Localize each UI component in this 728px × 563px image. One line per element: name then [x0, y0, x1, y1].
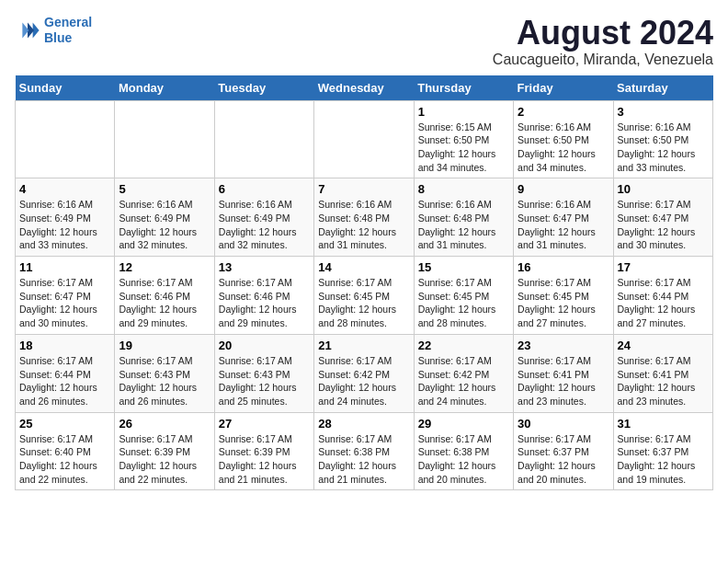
calendar-cell: 12Sunrise: 6:17 AM Sunset: 6:46 PM Dayli…: [115, 257, 214, 335]
day-number: 31: [618, 417, 709, 431]
calendar-header-row: SundayMondayTuesdayWednesdayThursdayFrid…: [16, 75, 713, 101]
calendar-cell: 6Sunrise: 6:16 AM Sunset: 6:49 PM Daylig…: [214, 178, 313, 257]
day-info: Sunrise: 6:17 AM Sunset: 6:41 PM Dayligh…: [618, 354, 709, 408]
calendar-cell: [314, 100, 414, 178]
calendar-cell: 15Sunrise: 6:17 AM Sunset: 6:45 PM Dayli…: [414, 257, 513, 335]
calendar-cell: 4Sunrise: 6:16 AM Sunset: 6:49 PM Daylig…: [16, 178, 115, 257]
day-number: 3: [618, 105, 709, 119]
calendar-week-2: 4Sunrise: 6:16 AM Sunset: 6:49 PM Daylig…: [16, 178, 713, 257]
day-info: Sunrise: 6:17 AM Sunset: 6:39 PM Dayligh…: [219, 432, 310, 487]
calendar-week-1: 1Sunrise: 6:15 AM Sunset: 6:50 PM Daylig…: [16, 100, 713, 178]
calendar-cell: 13Sunrise: 6:17 AM Sunset: 6:46 PM Dayli…: [214, 257, 313, 335]
calendar-cell: 16Sunrise: 6:17 AM Sunset: 6:45 PM Dayli…: [514, 257, 613, 335]
calendar-week-3: 11Sunrise: 6:17 AM Sunset: 6:47 PM Dayli…: [16, 257, 713, 335]
day-info: Sunrise: 6:17 AM Sunset: 6:37 PM Dayligh…: [518, 432, 609, 487]
day-info: Sunrise: 6:16 AM Sunset: 6:47 PM Dayligh…: [518, 198, 609, 252]
day-number: 26: [119, 417, 210, 431]
day-number: 29: [418, 417, 509, 431]
day-info: Sunrise: 6:17 AM Sunset: 6:45 PM Dayligh…: [418, 276, 509, 330]
calendar-cell: [115, 100, 214, 178]
calendar-cell: 26Sunrise: 6:17 AM Sunset: 6:39 PM Dayli…: [115, 412, 214, 490]
day-number: 4: [19, 182, 110, 196]
day-number: 20: [219, 339, 310, 352]
logo-line1: General: [44, 15, 92, 29]
calendar-cell: 2Sunrise: 6:16 AM Sunset: 6:50 PM Daylig…: [514, 100, 613, 178]
day-number: 9: [518, 182, 609, 196]
calendar-week-4: 18Sunrise: 6:17 AM Sunset: 6:44 PM Dayli…: [16, 334, 713, 412]
day-info: Sunrise: 6:17 AM Sunset: 6:46 PM Dayligh…: [219, 276, 310, 330]
day-number: 21: [318, 339, 409, 352]
header-day-wednesday: Wednesday: [314, 75, 414, 101]
calendar-cell: 22Sunrise: 6:17 AM Sunset: 6:42 PM Dayli…: [414, 334, 513, 412]
calendar-cell: 19Sunrise: 6:17 AM Sunset: 6:43 PM Dayli…: [115, 334, 214, 412]
day-number: 23: [518, 339, 609, 352]
day-number: 8: [418, 182, 509, 196]
calendar-cell: [16, 100, 115, 178]
day-info: Sunrise: 6:16 AM Sunset: 6:49 PM Dayligh…: [19, 198, 110, 252]
subtitle: Caucagueito, Miranda, Venezuela: [493, 52, 713, 68]
calendar-cell: 11Sunrise: 6:17 AM Sunset: 6:47 PM Dayli…: [16, 257, 115, 335]
day-info: Sunrise: 6:17 AM Sunset: 6:40 PM Dayligh…: [19, 432, 110, 487]
calendar-cell: 3Sunrise: 6:16 AM Sunset: 6:50 PM Daylig…: [613, 100, 712, 178]
day-info: Sunrise: 6:17 AM Sunset: 6:44 PM Dayligh…: [19, 354, 110, 408]
day-number: 22: [418, 339, 509, 352]
header-day-friday: Friday: [514, 75, 613, 101]
calendar-cell: 21Sunrise: 6:17 AM Sunset: 6:42 PM Dayli…: [314, 334, 414, 412]
logo: General Blue: [15, 15, 92, 46]
day-info: Sunrise: 6:17 AM Sunset: 6:43 PM Dayligh…: [219, 354, 310, 408]
calendar-cell: 10Sunrise: 6:17 AM Sunset: 6:47 PM Dayli…: [613, 178, 712, 257]
calendar-table: SundayMondayTuesdayWednesdayThursdayFrid…: [15, 75, 713, 491]
calendar-cell: 20Sunrise: 6:17 AM Sunset: 6:43 PM Dayli…: [214, 334, 313, 412]
header-day-tuesday: Tuesday: [214, 75, 313, 101]
calendar-cell: 30Sunrise: 6:17 AM Sunset: 6:37 PM Dayli…: [514, 412, 613, 490]
calendar-cell: 14Sunrise: 6:17 AM Sunset: 6:45 PM Dayli…: [314, 257, 414, 335]
day-info: Sunrise: 6:16 AM Sunset: 6:50 PM Dayligh…: [618, 121, 709, 175]
day-info: Sunrise: 6:17 AM Sunset: 6:38 PM Dayligh…: [418, 432, 509, 487]
logo-text: General Blue: [44, 15, 92, 46]
header-day-sunday: Sunday: [16, 75, 115, 101]
day-number: 14: [318, 260, 409, 274]
calendar-cell: 17Sunrise: 6:17 AM Sunset: 6:44 PM Dayli…: [613, 257, 712, 335]
day-number: 7: [318, 182, 409, 196]
day-info: Sunrise: 6:17 AM Sunset: 6:39 PM Dayligh…: [119, 432, 210, 487]
day-number: 16: [518, 260, 609, 274]
calendar-cell: 28Sunrise: 6:17 AM Sunset: 6:38 PM Dayli…: [314, 412, 414, 490]
calendar-cell: 7Sunrise: 6:16 AM Sunset: 6:48 PM Daylig…: [314, 178, 414, 257]
day-number: 30: [518, 417, 609, 431]
calendar-cell: 31Sunrise: 6:17 AM Sunset: 6:37 PM Dayli…: [613, 412, 712, 490]
day-number: 27: [219, 417, 310, 431]
day-info: Sunrise: 6:17 AM Sunset: 6:44 PM Dayligh…: [618, 276, 709, 330]
day-info: Sunrise: 6:17 AM Sunset: 6:46 PM Dayligh…: [119, 276, 210, 330]
calendar-cell: 23Sunrise: 6:17 AM Sunset: 6:41 PM Dayli…: [514, 334, 613, 412]
page-header: General Blue August 2024 Caucagueito, Mi…: [15, 15, 713, 68]
day-info: Sunrise: 6:17 AM Sunset: 6:37 PM Dayligh…: [618, 432, 709, 487]
header-day-thursday: Thursday: [414, 75, 513, 101]
title-section: August 2024 Caucagueito, Miranda, Venezu…: [493, 15, 713, 68]
day-number: 25: [19, 417, 110, 431]
day-info: Sunrise: 6:17 AM Sunset: 6:38 PM Dayligh…: [318, 432, 409, 487]
day-number: 11: [19, 260, 110, 274]
day-number: 13: [219, 260, 310, 274]
day-info: Sunrise: 6:15 AM Sunset: 6:50 PM Dayligh…: [418, 121, 509, 175]
day-number: 24: [618, 339, 709, 352]
calendar-cell: 1Sunrise: 6:15 AM Sunset: 6:50 PM Daylig…: [414, 100, 513, 178]
day-info: Sunrise: 6:17 AM Sunset: 6:45 PM Dayligh…: [318, 276, 409, 330]
day-info: Sunrise: 6:17 AM Sunset: 6:47 PM Dayligh…: [19, 276, 110, 330]
logo-icon: [15, 17, 40, 43]
day-number: 1: [418, 105, 509, 119]
day-number: 15: [418, 260, 509, 274]
calendar-cell: 8Sunrise: 6:16 AM Sunset: 6:48 PM Daylig…: [414, 178, 513, 257]
day-number: 17: [618, 260, 709, 274]
day-number: 12: [119, 260, 210, 274]
day-number: 28: [318, 417, 409, 431]
header-day-saturday: Saturday: [613, 75, 712, 101]
calendar-cell: 18Sunrise: 6:17 AM Sunset: 6:44 PM Dayli…: [16, 334, 115, 412]
calendar-cell: 29Sunrise: 6:17 AM Sunset: 6:38 PM Dayli…: [414, 412, 513, 490]
day-number: 2: [518, 105, 609, 119]
day-info: Sunrise: 6:17 AM Sunset: 6:42 PM Dayligh…: [318, 354, 409, 408]
day-info: Sunrise: 6:17 AM Sunset: 6:41 PM Dayligh…: [518, 354, 609, 408]
calendar-cell: 9Sunrise: 6:16 AM Sunset: 6:47 PM Daylig…: [514, 178, 613, 257]
day-info: Sunrise: 6:17 AM Sunset: 6:45 PM Dayligh…: [518, 276, 609, 330]
day-info: Sunrise: 6:16 AM Sunset: 6:49 PM Dayligh…: [119, 198, 210, 252]
calendar-cell: 5Sunrise: 6:16 AM Sunset: 6:49 PM Daylig…: [115, 178, 214, 257]
